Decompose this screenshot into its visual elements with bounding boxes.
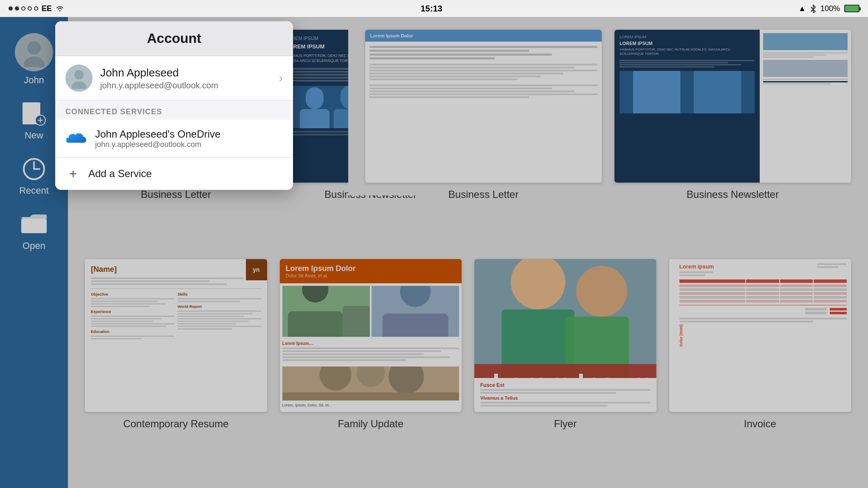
service-info-onedrive: John Appleseed's OneDrive john.y.applese… [95, 128, 220, 149]
add-service-plus-icon: + [65, 166, 81, 181]
svg-point-40 [72, 82, 86, 89]
wifi-icon [55, 5, 65, 12]
onedrive-cloud-icon [65, 131, 87, 146]
account-row-chevron: › [279, 71, 283, 85]
add-service-row[interactable]: + Add a Service [55, 158, 293, 190]
modal-title-bar: Account [55, 21, 293, 56]
status-left: EE [8, 4, 65, 13]
service-row-onedrive[interactable]: John Appleseed's OneDrive john.y.applese… [55, 120, 293, 158]
onedrive-service-email: john.y.appleseed@outlook.com [95, 140, 220, 149]
carrier-label: EE [42, 4, 52, 13]
account-modal: Account John Appleseed john.y.appleseed@… [55, 21, 293, 190]
signal-dots [8, 6, 38, 11]
status-time: 15:13 [420, 4, 442, 14]
svg-point-39 [74, 70, 84, 79]
onedrive-icon [65, 127, 87, 150]
dot2 [15, 6, 19, 11]
status-right: ▲ 100% [798, 4, 860, 13]
dot5 [34, 6, 38, 11]
bluetooth-icon [810, 4, 816, 13]
dot1 [8, 6, 13, 11]
battery-percent: 100% [820, 4, 840, 13]
account-user-info: John Appleseed john.y.appleseed@outlook.… [100, 66, 271, 90]
dot4 [28, 6, 32, 11]
account-user-row[interactable]: John Appleseed john.y.appleseed@outlook.… [55, 56, 293, 101]
dot3 [21, 6, 25, 11]
account-avatar-icon [68, 68, 90, 89]
onedrive-service-name: John Appleseed's OneDrive [95, 128, 220, 140]
battery-indicator [844, 5, 860, 12]
status-bar: EE 15:13 ▲ 100% [0, 0, 868, 17]
connected-services-header: CONNECTED SERVICES [55, 101, 293, 120]
arrow-icon: ▲ [798, 4, 806, 13]
add-service-label: Add a Service [88, 168, 152, 180]
account-user-email: john.y.appleseed@outlook.com [100, 81, 271, 90]
account-user-name: John Appleseed [100, 66, 271, 79]
battery-bar [844, 5, 860, 12]
account-user-avatar [65, 65, 93, 92]
modal-title: Account [147, 31, 201, 46]
